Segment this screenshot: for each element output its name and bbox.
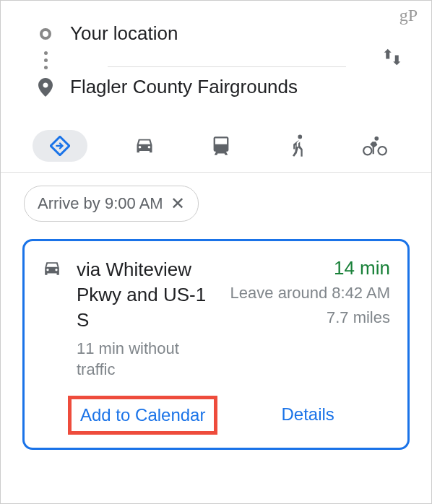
highlight-annotation: Add to Calendar [68, 396, 217, 435]
swap-locations-button[interactable] [379, 44, 405, 70]
mode-cycling[interactable] [355, 130, 395, 162]
destination-text[interactable]: Flagler County Fairgrounds [70, 67, 411, 107]
add-to-calendar-button[interactable]: Add to Calendar [80, 405, 205, 425]
swap-icon [381, 46, 403, 68]
mode-walking[interactable] [278, 130, 319, 162]
mode-transit[interactable] [201, 130, 241, 162]
close-icon[interactable]: ✕ [170, 194, 185, 214]
route-via-text: via Whiteview Pkwy and US-1 S [77, 257, 219, 333]
mode-directions[interactable] [33, 130, 87, 162]
mode-driving[interactable] [124, 130, 165, 162]
destination-row[interactable]: Flagler County Fairgrounds [35, 67, 411, 107]
dots-vertical-icon [44, 51, 48, 69]
transit-icon [212, 135, 230, 157]
svg-point-2 [379, 147, 386, 155]
waypoint-dots [35, 53, 411, 66]
origin-marker-icon [35, 28, 56, 40]
svg-point-3 [374, 136, 379, 141]
directions-header: Your location Flagler County Fairgrounds [1, 1, 431, 120]
route-distance: 7.7 miles [230, 307, 390, 329]
destination-marker-icon [35, 78, 56, 97]
directions-icon [50, 136, 70, 156]
route-card[interactable]: via Whiteview Pkwy and US-1 S 11 min wit… [22, 239, 410, 450]
route-leave-time: Leave around 8:42 AM [230, 282, 390, 304]
origin-row[interactable]: Your location [35, 14, 411, 53]
filters-row: Arrive by 9:00 AM ✕ [1, 173, 431, 235]
chip-label: Arrive by 9:00 AM [38, 194, 163, 213]
car-icon [42, 260, 62, 277]
route-mode-icon [42, 257, 65, 380]
svg-point-0 [298, 135, 302, 139]
arrive-by-chip[interactable]: Arrive by 9:00 AM ✕ [24, 186, 199, 222]
svg-point-1 [363, 147, 371, 155]
route-sub-text: 11 min without traffic [77, 339, 207, 380]
bike-icon [363, 136, 387, 156]
walk-icon [291, 134, 306, 157]
car-icon [134, 136, 155, 155]
route-duration: 14 min [230, 257, 390, 279]
origin-text[interactable]: Your location [70, 14, 411, 53]
details-button[interactable]: Details [281, 396, 334, 435]
travel-modes [1, 120, 431, 172]
